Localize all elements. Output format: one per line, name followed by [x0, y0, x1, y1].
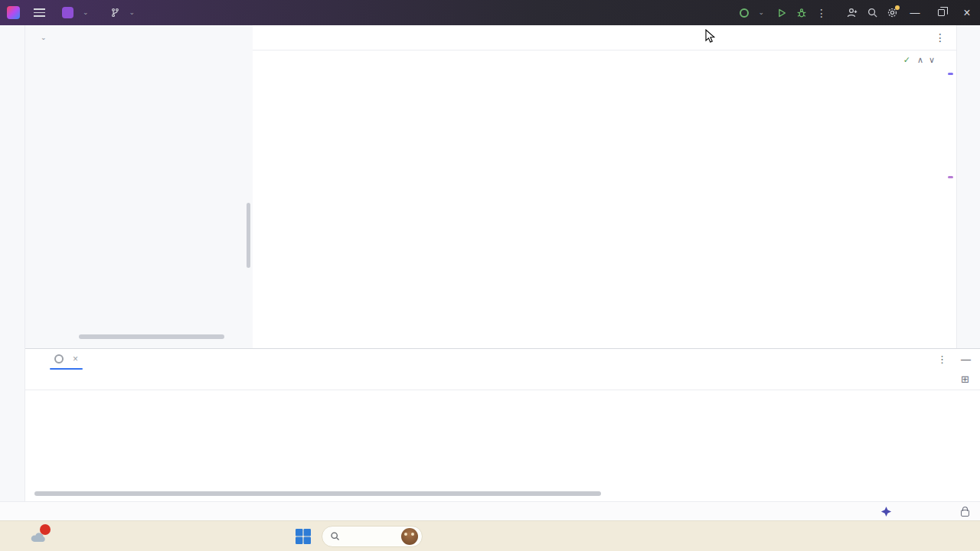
editor-tabbar: ⋮ — [253, 25, 956, 51]
console-output[interactable] — [51, 393, 972, 491]
search-icon — [330, 531, 340, 541]
branch-icon — [110, 8, 120, 18]
start-button[interactable] — [294, 527, 312, 546]
weather-widget[interactable] — [29, 529, 54, 544]
inspection-ok-count — [903, 55, 912, 65]
tree-horizontal-scrollbar[interactable] — [79, 334, 224, 339]
add-user-button[interactable] — [842, 4, 862, 22]
tree-vertical-scrollbar[interactable] — [247, 203, 250, 268]
chevron-down-icon[interactable] — [41, 34, 47, 41]
status-bar — [0, 501, 980, 520]
run-config-icon — [54, 354, 64, 364]
chevron-down-icon — [83, 9, 89, 16]
window-close-button[interactable]: × — [954, 0, 980, 25]
console-horizontal-scrollbar[interactable] — [34, 491, 601, 496]
taskbar-search[interactable] — [322, 526, 423, 547]
titlebar: — × — [0, 0, 980, 25]
debug-button[interactable] — [792, 4, 812, 22]
ide-window: — × ⋮ ∧ ∨ — [0, 0, 980, 551]
more-actions-icon[interactable] — [812, 4, 831, 22]
search-highlight-owl[interactable] — [401, 528, 418, 545]
debug-options-icon[interactable]: ⋮ — [937, 354, 947, 365]
debug-tabs-row: ⊞ — [25, 369, 980, 390]
hide-panel-icon[interactable]: — — [961, 354, 971, 365]
debug-session-tab[interactable]: × — [48, 349, 84, 369]
chevron-down-icon — [129, 9, 136, 16]
search-everywhere-icon[interactable] — [862, 4, 882, 22]
right-tool-strip — [956, 25, 980, 348]
window-minimize-button[interactable]: — — [902, 0, 928, 25]
vcs-branch-widget[interactable] — [106, 4, 140, 22]
window-restore-button[interactable] — [928, 0, 954, 25]
layout-settings-icon[interactable]: ⊞ — [961, 373, 969, 385]
windows-taskbar — [0, 520, 980, 551]
mouse-cursor — [705, 29, 716, 44]
project-panel — [25, 25, 253, 348]
main-menu-icon[interactable] — [34, 8, 45, 17]
next-problem-icon[interactable]: ∨ — [929, 55, 935, 65]
scrollbar-mark — [948, 73, 953, 75]
console-area — [25, 390, 980, 497]
search-input[interactable] — [345, 531, 394, 542]
close-icon[interactable]: × — [73, 354, 78, 364]
idea-logo-icon — [7, 6, 20, 19]
project-selector[interactable] — [57, 4, 93, 22]
run-button[interactable] — [772, 4, 792, 22]
prev-problem-icon[interactable]: ∧ — [917, 55, 923, 65]
readonly-lock-icon[interactable] — [961, 510, 969, 517]
debug-tool-window: × ⋮ — ⊞ — [25, 348, 980, 501]
weather-badge — [40, 524, 51, 535]
chevron-down-icon — [758, 9, 764, 16]
inspections-widget[interactable]: ∧ ∨ — [903, 55, 935, 65]
lingma-icon[interactable] — [880, 506, 892, 517]
code-editor[interactable] — [253, 51, 956, 54]
editor-tab-options-icon[interactable]: ⋮ — [935, 31, 946, 44]
taskbar-center — [294, 526, 432, 547]
editor-area: ⋮ ∧ ∨ — [253, 25, 956, 348]
run-configuration[interactable] — [740, 8, 764, 18]
spring-boot-icon — [740, 8, 749, 18]
project-avatar — [62, 7, 74, 18]
settings-gear-icon[interactable] — [882, 4, 902, 22]
scrollbar-mark — [948, 176, 953, 178]
left-tool-strip — [0, 25, 25, 501]
settings-badge — [895, 5, 900, 10]
system-tray — [962, 531, 972, 541]
